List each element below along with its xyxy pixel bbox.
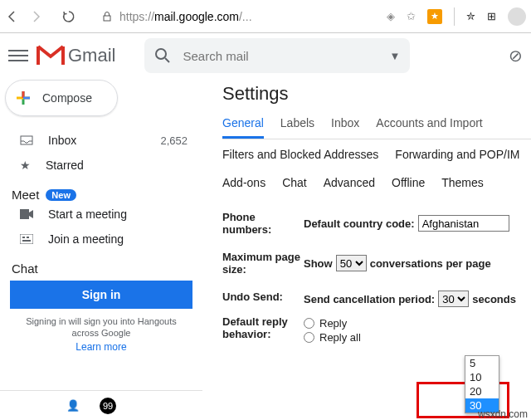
favorites-bar-icon[interactable]: ✮ [466,10,475,22]
row-undo: Undo Send: Send cancellation period: 30 … [222,291,531,307]
reader-icon[interactable]: ◈ [387,10,395,22]
sidebar-footer: 👤 99 [0,390,202,420]
svg-rect-7 [22,240,31,242]
extension-badge[interactable]: ★ [427,9,442,24]
compose-button[interactable]: Compose [5,80,118,116]
svg-rect-5 [22,237,25,238]
settings-tabs-row3: Add-ons Chat Advanced Offline Themes [222,176,531,196]
svg-point-1 [156,49,166,59]
person-icon[interactable]: 👤 [66,399,80,412]
row-pagesize: Maximum page size: Show 50 conversations… [222,251,531,276]
gmail-header: Gmail ▼ ⊘ [0,33,531,78]
settings-tabs-row2: Filters and Blocked Addresses Forwarding… [222,148,531,168]
support-icon[interactable]: ⊘ [509,46,523,66]
pagesize-label: Maximum page size: [222,251,304,276]
start-meeting[interactable]: Start a meeting [0,202,202,227]
dd-option-5[interactable]: 5 [465,356,499,370]
tab-offline[interactable]: Offline [392,176,425,196]
sidebar-item-starred[interactable]: ★ Starred [0,153,202,178]
inbox-label: Inbox [48,134,76,147]
chat-section-title: Chat [0,261,202,276]
sidebar: Compose Inbox 2,652 ★ Starred Meet New S… [0,78,202,420]
browser-actions: ◈ ✩ ★ ✮ ⊞ [387,7,526,26]
search-bar[interactable]: ▼ [144,38,410,73]
search-input[interactable] [183,49,378,63]
search-icon [154,47,171,64]
svg-rect-3 [20,209,29,219]
starred-label: Starred [46,159,84,172]
phone-label: Phone numbers: [222,211,304,236]
gmail-logo-icon [37,45,65,66]
inbox-icon [20,134,33,147]
tab-forwarding[interactable]: Forwarding and POP/IM [395,148,519,168]
tab-accounts[interactable]: Accounts and Import [376,116,482,139]
join-meeting[interactable]: Join a meeting [0,227,202,252]
settings-tabs-row1: General Labels Inbox Accounts and Import [222,116,531,139]
tab-themes[interactable]: Themes [441,176,484,196]
undo-dropdown-list[interactable]: 5 10 20 30 [465,355,499,413]
inbox-count: 2,652 [160,134,188,147]
tab-advanced[interactable]: Advanced [324,176,375,196]
menu-button[interactable] [8,46,28,66]
phone-pre: Default country code: [304,217,415,230]
star-icon: ★ [20,159,31,172]
reply-label: Default reply behavior: [222,315,304,344]
compose-label: Compose [42,91,92,105]
refresh-button[interactable] [61,9,76,24]
tab-addons[interactable]: Add-ons [222,176,266,196]
tab-filters[interactable]: Filters and Blocked Addresses [222,148,378,168]
undo-label: Undo Send: [222,291,304,307]
learn-more-link[interactable]: Learn more [0,341,202,353]
forward-button[interactable] [28,9,43,24]
plus-icon [14,89,32,107]
tab-general[interactable]: General [222,116,264,139]
watermark: wsxdn.com [478,408,528,420]
meet-section: Meet New [0,188,202,202]
hangouts-icon[interactable]: 99 [100,398,116,414]
meet-title: Meet [12,188,39,202]
search-options-icon[interactable]: ▼ [390,50,401,62]
address-bar[interactable]: https://mail.google.com/... [101,10,252,23]
svg-rect-4 [20,234,33,244]
country-code-input[interactable] [418,215,509,232]
profile-avatar[interactable] [508,7,526,26]
gmail-logo-text: Gmail [68,45,115,66]
row-reply: Default reply behavior: Reply Reply all [222,315,531,344]
new-badge: New [46,189,76,201]
undo-select[interactable]: 30 [438,291,469,307]
url-text: https://mail.google.com/... [119,10,252,23]
settings-title: Settings [222,83,531,105]
pagesize-select[interactable]: 50 [336,255,367,271]
reply-radio[interactable] [304,318,314,329]
favorite-icon[interactable]: ✩ [407,10,416,22]
dd-option-10[interactable]: 10 [465,370,499,384]
nav-list: Inbox 2,652 ★ Starred [0,128,202,178]
dd-option-20[interactable]: 20 [465,384,499,398]
sidebar-item-inbox[interactable]: Inbox 2,652 [0,128,202,153]
signin-button[interactable]: Sign in [10,281,192,309]
signin-hint: Signing in will sign you into Hangouts a… [0,315,202,339]
back-button[interactable] [5,9,20,24]
tab-chat[interactable]: Chat [282,176,307,196]
svg-rect-6 [27,237,29,238]
row-phone: Phone numbers: Default country code: [222,211,531,236]
browser-toolbar: https://mail.google.com/... ◈ ✩ ★ ✮ ⊞ [0,0,531,33]
tab-inbox[interactable]: Inbox [331,116,359,139]
camera-icon [20,209,33,219]
replyall-radio[interactable] [304,332,314,343]
collections-icon[interactable]: ⊞ [487,10,496,22]
svg-rect-0 [104,16,110,21]
keyboard-icon [20,234,33,244]
tab-labels[interactable]: Labels [280,116,314,139]
lock-icon [101,11,113,22]
